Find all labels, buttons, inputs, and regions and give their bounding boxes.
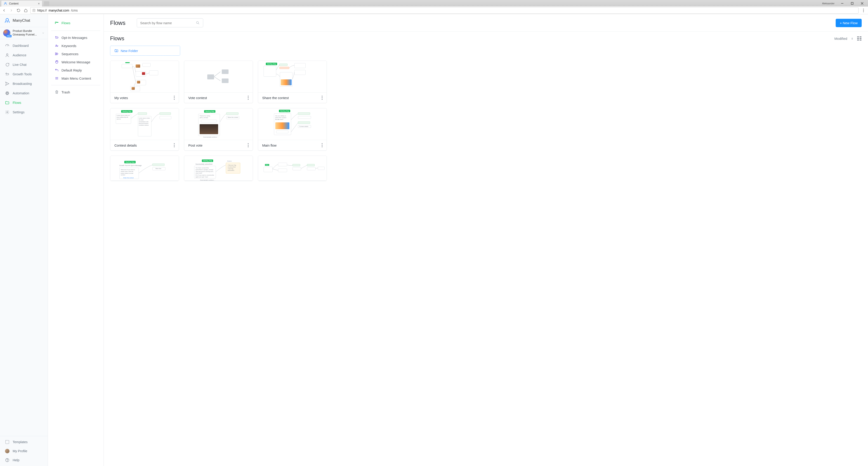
flow-card[interactable]: Starting Step Thanks for voting, {{first… xyxy=(184,108,253,151)
svg-point-13 xyxy=(6,54,8,55)
svg-point-10 xyxy=(863,11,864,12)
sidebar-item-label: Flows xyxy=(13,101,21,105)
new-flow-button[interactable]: + New Flow xyxy=(836,19,862,27)
card-preview: Starting Step Thanks for voting, {{first… xyxy=(184,108,253,140)
card-footer: Main flow xyxy=(258,140,327,150)
sidebar-item-label: My Profile xyxy=(13,449,27,453)
new-tab-button[interactable] xyxy=(44,1,49,6)
nav-back-icon[interactable] xyxy=(1,8,7,13)
card-menu-icon[interactable] xyxy=(174,143,175,147)
search-input[interactable] xyxy=(137,18,203,27)
sidebar-item-broadcasting[interactable]: Broadcasting xyxy=(0,79,48,88)
svg-rect-30 xyxy=(857,39,859,40)
flow-card[interactable]: Start xyxy=(258,156,327,181)
sub-item-flows[interactable]: Flows xyxy=(52,19,100,27)
url-input[interactable]: https://manychat.com/cms xyxy=(30,7,859,13)
sub-item-mainmenu[interactable]: Main Menu Content xyxy=(52,74,100,82)
content: Flows Modified New Folder xyxy=(104,31,868,466)
tab-title: Content xyxy=(9,2,19,5)
sidebar-item-settings[interactable]: Settings xyxy=(0,108,48,117)
search-icon xyxy=(196,21,200,25)
card-title: My votes xyxy=(114,96,128,100)
sub-item-optin[interactable]: Opt-In Messages xyxy=(52,33,100,41)
nav-forward-icon xyxy=(8,8,14,13)
brand[interactable]: ManyChat xyxy=(0,14,48,27)
card-preview: Starting Step Successfully subscribed Yo… xyxy=(184,156,253,181)
sidebar-item-automation[interactable]: Automation xyxy=(0,88,48,98)
sub-item-welcome[interactable]: Welcome Message xyxy=(52,58,100,66)
sidebar-item-templates[interactable]: Templates xyxy=(0,437,48,446)
svg-rect-2 xyxy=(851,2,853,4)
brand-label: ManyChat xyxy=(13,18,30,23)
sidebar-item-label: Automation xyxy=(13,91,29,95)
new-folder-button[interactable]: New Folder xyxy=(110,46,180,56)
card-menu-icon[interactable] xyxy=(322,96,322,100)
favicon-icon xyxy=(4,2,7,5)
account-switcher[interactable]: Product Bundle Giveaway Funnel... xyxy=(0,27,48,39)
sidebar-item-flows[interactable]: Flows xyxy=(0,98,48,108)
card-menu-icon[interactable] xyxy=(322,143,322,147)
sidebar-item-label: Live Chat xyxy=(13,63,26,66)
content-head: Flows Modified xyxy=(110,33,862,46)
sidebar-item-livechat[interactable]: Live Chat xyxy=(0,60,48,69)
svg-line-25 xyxy=(198,23,199,24)
card-menu-icon[interactable] xyxy=(248,143,249,147)
svg-rect-27 xyxy=(860,36,862,37)
sub-item-trash[interactable]: Trash xyxy=(52,88,100,96)
sidebar-item-label: Growth Tools xyxy=(13,72,32,76)
sub-item-sequences[interactable]: Sequences xyxy=(52,50,100,58)
sidebar: ManyChat Product Bundle Giveaway Funnel.… xyxy=(0,14,48,466)
folder-open-icon xyxy=(55,21,59,25)
sub-item-keywords[interactable]: Keywords xyxy=(52,41,100,50)
page-info-icon xyxy=(32,9,35,12)
flow-card[interactable]: Starting Step Successfully subscribed Yo… xyxy=(184,156,253,181)
profile-avatar-icon xyxy=(5,449,9,453)
nav-home-icon[interactable] xyxy=(23,8,29,13)
flow-card[interactable]: Starting Step Growth Tool #4 Opt-in Mess… xyxy=(110,156,179,181)
svg-line-12 xyxy=(7,45,8,46)
browser-user: Aleksander xyxy=(820,2,837,5)
search-field[interactable] xyxy=(140,21,196,25)
card-preview: Starting Step Are you calling us about t… xyxy=(258,108,327,140)
browser-tab[interactable]: Content × xyxy=(1,1,42,6)
sub-item-default-reply[interactable]: Default Reply xyxy=(52,66,100,74)
sidebar-item-dashboard[interactable]: Dashboard xyxy=(0,41,48,51)
card-preview: Start xyxy=(258,156,327,181)
sort-control[interactable]: Modified xyxy=(834,36,862,40)
sidebar-item-help[interactable]: Help xyxy=(0,456,48,465)
atom-icon xyxy=(5,91,9,95)
browser-menu-icon[interactable] xyxy=(860,7,867,13)
svg-rect-28 xyxy=(857,38,859,39)
nav-reload-icon[interactable] xyxy=(16,8,21,13)
app: ManyChat Product Bundle Giveaway Funnel.… xyxy=(0,14,868,466)
flow-card[interactable]: My votes xyxy=(110,61,179,103)
folder-plus-icon xyxy=(114,49,119,53)
sidebar-item-profile[interactable]: My Profile xyxy=(0,446,48,456)
sidebar-item-growth[interactable]: Growth Tools xyxy=(0,69,48,79)
view-grid-icon[interactable] xyxy=(857,36,862,40)
window-close-icon[interactable] xyxy=(858,0,867,6)
sub-item-label: Main Menu Content xyxy=(61,77,91,80)
tab-close-icon[interactable]: × xyxy=(38,2,40,5)
flow-card[interactable]: Starting Step Lorem ipsum dolor sit amet… xyxy=(110,108,179,151)
divider xyxy=(51,85,100,85)
window-maximize-icon[interactable] xyxy=(848,0,857,6)
card-title: Share the contest xyxy=(262,96,289,100)
card-menu-icon[interactable] xyxy=(174,96,175,100)
sub-item-label: Default Reply xyxy=(61,68,82,72)
flow-card[interactable]: Starting Step Are you calling us about t… xyxy=(258,108,327,151)
scrollbar-thumb[interactable] xyxy=(866,38,868,58)
svg-point-8 xyxy=(863,8,864,9)
sub-sidebar: Flows Opt-In Messages Keywords Sequences… xyxy=(48,14,104,466)
card-menu-icon[interactable] xyxy=(248,96,249,100)
sub-section: Opt-In Messages Keywords Sequences Welco… xyxy=(48,33,103,82)
window-minimize-icon[interactable] xyxy=(838,0,847,6)
sidebar-item-audience[interactable]: Audience xyxy=(0,51,48,60)
flow-card[interactable]: Vote contest xyxy=(184,61,253,103)
svg-rect-18 xyxy=(6,440,9,444)
address-bar: https://manychat.com/cms xyxy=(0,6,868,14)
reply-icon xyxy=(55,68,59,72)
flow-card[interactable]: Starting Step Share the contest xyxy=(258,61,327,103)
card-preview: Starting Step Lorem ipsum dolor sit amet… xyxy=(110,108,179,140)
card-title: Main flow xyxy=(262,143,276,147)
